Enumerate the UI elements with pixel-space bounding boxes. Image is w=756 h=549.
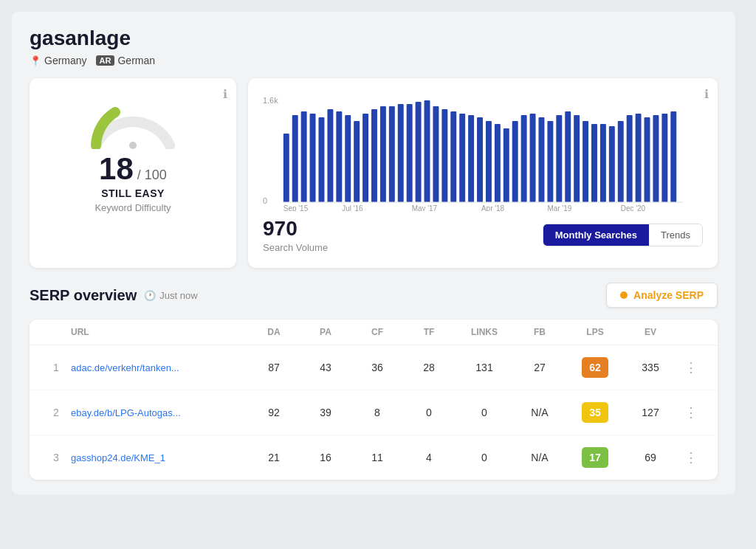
row-tf: 0 (403, 407, 455, 418)
tab-trends[interactable]: Trends (649, 224, 702, 246)
svg-rect-25 (468, 115, 474, 202)
svg-rect-14 (371, 109, 377, 202)
svg-rect-7 (310, 114, 316, 202)
svg-rect-38 (583, 121, 588, 202)
serp-title-area: SERP overview 🕐 Just now (30, 287, 198, 304)
svg-rect-18 (407, 104, 413, 202)
analyze-btn-dot (620, 291, 628, 299)
svg-rect-13 (362, 114, 368, 202)
row-pa: 39 (300, 407, 351, 418)
tab-monthly-searches[interactable]: Monthly Searches (543, 224, 649, 246)
keyword-title: gasanlage (30, 27, 718, 50)
svg-rect-43 (627, 115, 633, 202)
svg-text:Sep '15: Sep '15 (284, 204, 309, 211)
col-cf-header: CF (351, 327, 403, 337)
location-item: 📍 Germany (30, 55, 87, 66)
difficulty-score-block: 18 / 100 (99, 153, 167, 184)
row-fb: N/A (514, 452, 566, 463)
chart-area: 1.6k 0 (263, 93, 703, 211)
analyze-serp-button[interactable]: Analyze SERP (606, 283, 718, 308)
col-ev-header: EV (625, 327, 676, 337)
row-cf: 8 (351, 407, 403, 418)
row-more-icon[interactable]: ⋮ (676, 449, 706, 466)
row-lps: 17 (566, 447, 625, 468)
row-rank: 1 (41, 362, 71, 373)
row-ev: 69 (625, 452, 676, 463)
row-lps: 35 (566, 402, 625, 423)
svg-rect-20 (425, 100, 430, 202)
chart-tabs: Monthly Searches Trends (543, 224, 703, 246)
svg-rect-9 (327, 109, 333, 202)
difficulty-denom: / 100 (134, 168, 167, 182)
row-lps: 62 (566, 357, 625, 378)
svg-rect-31 (521, 115, 527, 202)
table-row: 3 gasshop24.de/KME_1 21 16 11 4 0 N/A 17… (30, 435, 718, 480)
svg-rect-30 (512, 121, 518, 202)
svg-text:Apr '18: Apr '18 (481, 204, 505, 211)
language-label: German (117, 55, 155, 66)
row-url: ebay.de/b/LPG-Autogas... (71, 407, 248, 418)
chart-info-icon[interactable]: ℹ (704, 87, 709, 101)
col-links-header: Links (455, 327, 514, 337)
svg-rect-17 (398, 104, 404, 202)
chart-bottom: 970 Search Volume Monthly Searches Trend… (263, 217, 703, 253)
row-more-icon[interactable]: ⋮ (676, 359, 706, 376)
lps-badge: 17 (582, 447, 608, 468)
svg-rect-47 (662, 114, 667, 202)
difficulty-sublabel: Keyword Difficulty (94, 202, 171, 213)
bar-chart-svg: 1.6k 0 (263, 93, 703, 211)
svg-rect-37 (574, 115, 580, 202)
row-url: gasshop24.de/KME_1 (71, 452, 248, 463)
svg-rect-45 (645, 117, 650, 202)
difficulty-info-icon[interactable]: ℹ (223, 87, 227, 101)
row-fb: 27 (514, 362, 566, 373)
col-da-header: DA (248, 327, 300, 337)
svg-text:1.6k: 1.6k (263, 96, 278, 105)
svg-rect-10 (336, 111, 342, 202)
svg-rect-8 (318, 117, 324, 202)
row-rank: 3 (41, 452, 71, 463)
serp-section: SERP overview 🕐 Just now Analyze SERP UR… (30, 283, 718, 480)
svg-rect-4 (284, 134, 289, 202)
serp-time: 🕐 Just now (144, 290, 197, 301)
serp-title: SERP overview (30, 287, 137, 304)
row-pa: 43 (300, 362, 351, 373)
svg-text:Dec '20: Dec '20 (621, 204, 646, 211)
svg-rect-36 (565, 111, 571, 202)
svg-rect-12 (354, 121, 360, 202)
svg-rect-34 (547, 121, 553, 202)
svg-text:May '17: May '17 (412, 204, 438, 211)
svg-rect-40 (600, 124, 606, 202)
svg-rect-39 (591, 124, 597, 202)
row-tf: 4 (403, 452, 455, 463)
svg-text:0: 0 (263, 196, 267, 205)
serp-table: URL DA PA CF TF Links FB LPS EV 1 adac.d… (30, 320, 718, 480)
lps-badge: 35 (582, 402, 608, 423)
top-cards: ℹ 18 / 100 STILL EASY Ke (30, 78, 718, 268)
svg-rect-41 (609, 126, 615, 202)
table-row: 1 adac.de/verkehr/tanken... 87 43 36 28 … (30, 345, 718, 390)
serp-table-header: URL DA PA CF TF Links FB LPS EV (30, 320, 718, 345)
row-links: 0 (455, 407, 514, 418)
row-fb: N/A (514, 407, 566, 418)
svg-rect-29 (504, 128, 509, 202)
svg-rect-44 (636, 114, 642, 202)
svg-rect-15 (380, 106, 386, 202)
row-tf: 28 (403, 362, 455, 373)
svg-rect-46 (653, 115, 659, 202)
url-link[interactable]: gasshop24.de/KME_1 (71, 452, 165, 463)
clock-icon: 🕐 (144, 290, 156, 301)
table-row: 2 ebay.de/b/LPG-Autogas... 92 39 8 0 0 N… (30, 390, 718, 435)
row-more-icon[interactable]: ⋮ (676, 404, 706, 421)
url-link[interactable]: ebay.de/b/LPG-Autogas... (71, 407, 181, 418)
url-link[interactable]: adac.de/verkehr/tanken... (71, 362, 179, 373)
row-links: 0 (455, 452, 514, 463)
row-da: 87 (248, 362, 300, 373)
row-da: 92 (248, 407, 300, 418)
location-label: Germany (44, 55, 87, 66)
language-item: AR German (96, 55, 155, 66)
svg-rect-35 (556, 115, 562, 202)
svg-rect-33 (538, 117, 544, 202)
col-tf-header: TF (403, 327, 455, 337)
col-pa-header: PA (300, 327, 351, 337)
